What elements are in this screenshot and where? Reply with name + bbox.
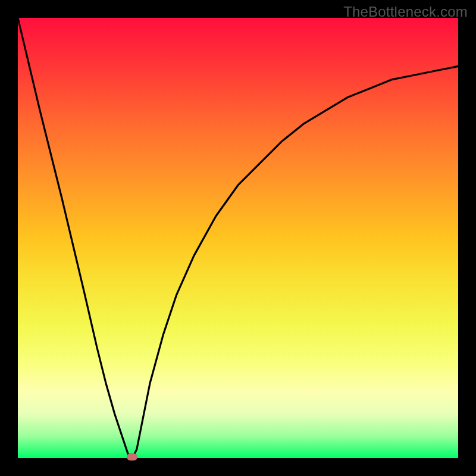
chart-minimum-marker (127, 453, 137, 461)
chart-curve-svg (18, 18, 458, 458)
chart-plot-area (18, 18, 458, 458)
chart-curve-path (18, 18, 458, 458)
watermark-text: TheBottleneck.com (343, 4, 468, 20)
